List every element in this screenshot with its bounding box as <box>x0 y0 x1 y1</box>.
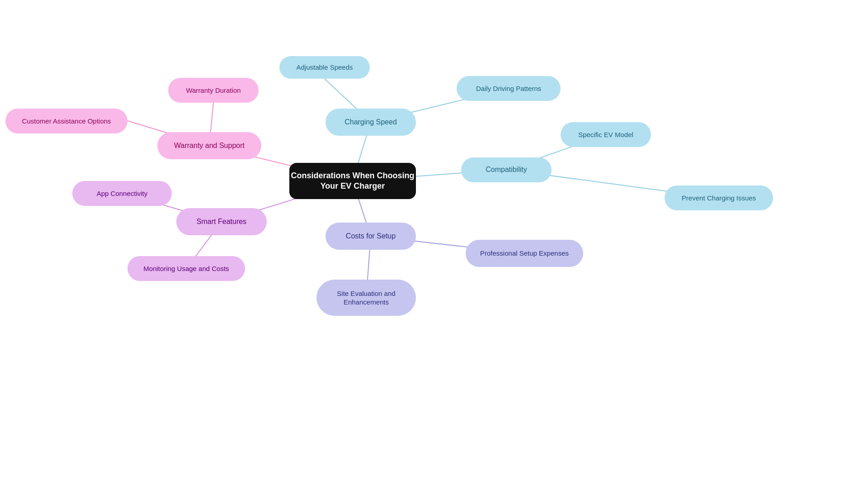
center-node[interactable]: Considerations When Choosing Your EV Cha… <box>289 163 416 199</box>
customer-assistance-node[interactable]: Customer Assistance Options <box>5 109 127 133</box>
prevent-charging-node[interactable]: Prevent Charging Issues <box>665 186 773 210</box>
charging-speed-node[interactable]: Charging Speed <box>326 109 416 136</box>
costs-setup-node[interactable]: Costs for Setup <box>326 223 416 250</box>
smart-features-node[interactable]: Smart Features <box>176 208 267 235</box>
daily-driving-node[interactable]: Daily Driving Patterns <box>457 76 561 101</box>
monitoring-node[interactable]: Monitoring Usage and Costs <box>127 256 245 281</box>
adjustable-speeds-node[interactable]: Adjustable Speeds <box>279 56 370 79</box>
site-evaluation-node[interactable]: Site Evaluation and Enhancements <box>316 280 416 316</box>
compatibility-node[interactable]: Compatibility <box>461 157 552 182</box>
specific-ev-node[interactable]: Specific EV Model <box>561 122 651 147</box>
warranty-duration-node[interactable]: Warranty Duration <box>168 78 259 103</box>
app-connectivity-node[interactable]: App Connectivity <box>72 181 172 206</box>
warranty-support-node[interactable]: Warranty and Support <box>157 132 261 159</box>
professional-setup-node[interactable]: Professional Setup Expenses <box>466 240 583 267</box>
